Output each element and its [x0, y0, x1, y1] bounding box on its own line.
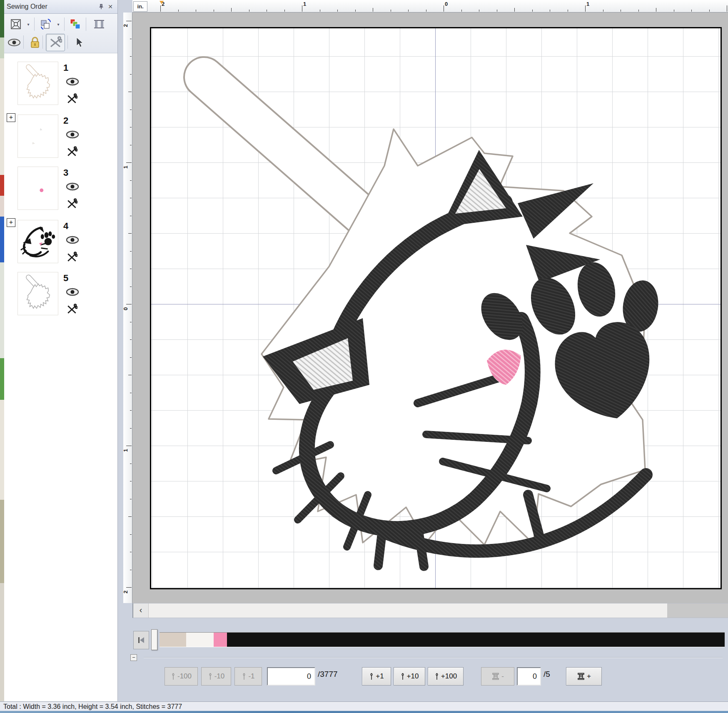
controls-divider	[144, 657, 723, 658]
zoom-fit-dropdown[interactable]: ▾	[25, 16, 32, 32]
close-icon[interactable]: ✕	[106, 2, 115, 11]
needle-icon	[400, 673, 405, 681]
design-outline-tan-thumb	[18, 62, 58, 105]
sewing-step-thumbnail[interactable]	[17, 62, 58, 105]
eye-icon[interactable]	[66, 182, 80, 192]
hoop-button[interactable]	[91, 16, 107, 32]
eye-icon	[7, 38, 21, 47]
canvas-frame	[132, 12, 728, 603]
scissors-delete-icon[interactable]	[67, 146, 77, 157]
current-stitch-field[interactable]: 0	[267, 667, 315, 686]
sequence-view-button[interactable]	[37, 16, 54, 32]
tab-outline-thread	[160, 633, 186, 647]
zoom-fit-icon	[10, 18, 22, 30]
horizontal-ruler: 21012	[132, 0, 728, 12]
cursor-arrow-icon	[74, 37, 85, 48]
trim-button[interactable]	[46, 34, 65, 51]
design-outline-gray-thumb	[18, 272, 58, 315]
eye-icon[interactable]	[66, 236, 80, 246]
stitch-color-progress-bar[interactable]	[160, 633, 725, 647]
scissors-delete-icon[interactable]	[67, 198, 77, 209]
ruler-label: 0	[445, 1, 448, 7]
step-number: 4	[63, 221, 68, 232]
needle-icon	[242, 673, 247, 681]
sewing-order-panel: Sewing Order ✕ ▾ ▾	[4, 0, 118, 702]
rewind-icon	[137, 636, 145, 644]
eye-icon[interactable]	[66, 288, 80, 298]
eye-icon[interactable]	[66, 130, 80, 140]
lock-icon	[29, 36, 41, 49]
scissors-icon	[49, 36, 62, 49]
toolbar-separator	[34, 17, 35, 31]
lock-button[interactable]	[27, 35, 43, 50]
ruler-label: 1	[303, 1, 306, 7]
stitch-forward-10-button[interactable]: +10	[394, 667, 425, 686]
stitch-back-1-button[interactable]: -1	[234, 667, 262, 686]
ruler-label: 1	[586, 1, 589, 7]
black-thread	[227, 633, 725, 647]
color-blocks-icon	[69, 18, 81, 30]
ruler-label: 1	[122, 449, 129, 452]
ruler-unit-box[interactable]: in.	[133, 1, 147, 12]
sequence-view-dropdown[interactable]: ▾	[55, 16, 62, 32]
toolbar-separator	[23, 35, 24, 49]
placement-thread	[186, 633, 214, 647]
thread-spool-icon	[491, 673, 500, 680]
stitch-slider-handle[interactable]	[151, 629, 157, 650]
status-text: Total : Width = 3.36 inch, Height = 3.54…	[3, 703, 182, 711]
needle-icon	[171, 673, 176, 681]
sewing-step-thumbnail[interactable]	[17, 167, 58, 210]
rewind-button[interactable]	[133, 631, 149, 649]
toolbar-separator	[42, 35, 43, 49]
sequence-view-icon	[40, 18, 52, 30]
toolbar-separator	[64, 17, 65, 31]
sewing-step-thumbnail[interactable]	[17, 272, 58, 315]
sewing-order-list: 1 + 2 3 +	[4, 53, 117, 702]
color-back-button[interactable]: -	[481, 667, 514, 686]
ruler-position-caret	[160, 1, 164, 4]
color-total-label: /5	[544, 670, 550, 679]
step-number: 3	[63, 167, 68, 178]
collapse-controls-button[interactable]: −	[130, 654, 137, 661]
embroidery-canvas[interactable]	[150, 27, 722, 589]
cat-keyfob-design	[151, 28, 721, 588]
status-bar: Total : Width = 3.36 inch, Height = 3.54…	[0, 702, 728, 711]
needle-icon	[208, 673, 213, 681]
visibility-button[interactable]	[6, 35, 22, 50]
main-work-area: 21012 in. 21012	[118, 0, 728, 702]
sewing-step-thumbnail[interactable]	[17, 115, 58, 158]
color-forward-button[interactable]: +	[566, 667, 602, 686]
stitch-back-100-button[interactable]: -100	[165, 667, 198, 686]
scissors-delete-icon[interactable]	[67, 93, 77, 104]
sewing-step-thumbnail[interactable]	[17, 220, 58, 263]
expand-step-button[interactable]: +	[7, 218, 15, 227]
pink-thread	[214, 633, 227, 647]
pin-icon[interactable]	[97, 2, 106, 11]
color-blocks-button[interactable]	[67, 16, 83, 32]
scissors-delete-icon[interactable]	[67, 304, 77, 314]
zoom-fit-button[interactable]	[7, 16, 24, 32]
scissors-delete-icon[interactable]	[67, 252, 77, 262]
needle-icon	[369, 673, 374, 681]
scrollbar-thumb[interactable]	[667, 603, 728, 618]
stitch-forward-1-button[interactable]: +1	[362, 667, 391, 686]
faint-stitches-thumb	[18, 115, 58, 157]
stitch-back-10-button[interactable]: -10	[201, 667, 231, 686]
thread-spool-icon	[577, 673, 585, 680]
step-number: 5	[63, 273, 68, 284]
current-color-field[interactable]: 0	[517, 667, 541, 686]
select-arrow-button[interactable]	[71, 35, 87, 50]
expand-step-button[interactable]: +	[7, 113, 15, 122]
ruler-label: 0	[122, 307, 129, 310]
hoop-icon	[93, 18, 105, 30]
desktop-edge-strip	[0, 0, 4, 713]
black-cat-stitches-thumb	[18, 220, 58, 263]
taskbar-sliver	[0, 711, 728, 713]
eye-icon[interactable]	[66, 77, 80, 87]
pink-nose-dot-thumb	[18, 167, 58, 209]
canvas-horizontal-scrollbar[interactable]: ‹	[132, 603, 728, 618]
scroll-left-button[interactable]: ‹	[133, 603, 149, 618]
panel-title: Sewing Order	[7, 3, 97, 10]
stitch-forward-100-button[interactable]: +100	[428, 667, 464, 686]
stitch-total-label: /3777	[318, 670, 338, 679]
